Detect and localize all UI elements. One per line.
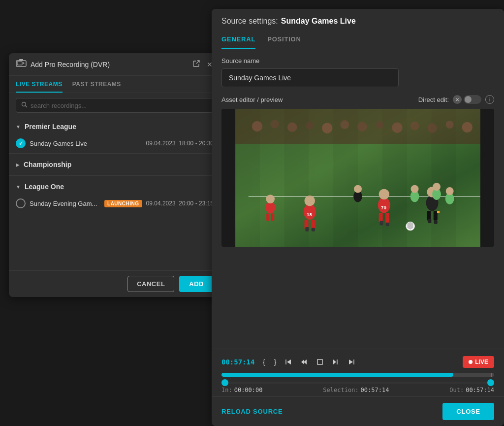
play-button[interactable] — [330, 358, 341, 366]
progress-marker — [491, 373, 492, 377]
source-tabs: GENERAL POSITION — [221, 33, 494, 49]
dvr-icon — [16, 59, 27, 69]
stream-badge-1: LAUNCHING — [104, 200, 142, 207]
tab-live-streams[interactable]: LIVE STREAMS — [16, 76, 63, 93]
source-settings-panel: Source settings: Sunday Games Live GENER… — [212, 9, 504, 426]
svg-rect-37 — [385, 213, 389, 223]
group-name-championship: Championship — [24, 161, 71, 168]
svg-rect-51 — [271, 213, 274, 221]
stream-checkbox-1[interactable] — [16, 198, 26, 208]
svg-rect-47 — [437, 211, 440, 213]
selection-label: Selection: — [323, 387, 358, 393]
svg-point-14 — [252, 121, 262, 131]
dvr-content: ▼ Premier League Sunday Games Live 09.04… — [9, 118, 220, 265]
mark-in-button[interactable]: { — [261, 357, 267, 367]
group-header-league-one[interactable]: ▼ League One — [9, 178, 220, 196]
timecode-out: Out: 00:57:14 — [449, 387, 494, 393]
dvr-footer: CANCEL ADD — [9, 270, 220, 297]
stop-button[interactable] — [315, 358, 325, 366]
group-name-premier: Premier League — [25, 123, 76, 131]
timecode-in: In: 00:00:00 — [221, 387, 262, 393]
scrubber-right-thumb[interactable] — [487, 379, 494, 386]
svg-rect-40 — [386, 223, 389, 226]
svg-point-21 — [376, 121, 383, 129]
direct-edit-toggle[interactable]: ✕ — [453, 95, 481, 104]
source-name-input[interactable] — [221, 68, 399, 87]
svg-point-53 — [411, 185, 419, 193]
source-title-row: Source settings: Sunday Games Live — [221, 17, 494, 26]
svg-rect-46 — [434, 221, 438, 224]
tab-general[interactable]: GENERAL — [221, 33, 255, 49]
group-items-premier: Sunday Games Live 09.04.2023 18:00 - 20:… — [9, 135, 220, 151]
source-footer: RELOAD SOURCE CLOSE — [212, 396, 504, 426]
svg-point-24 — [427, 123, 437, 133]
go-to-out-button[interactable] — [346, 358, 357, 366]
progress-container[interactable] — [221, 371, 494, 379]
svg-point-22 — [392, 123, 402, 133]
cancel-button[interactable]: CANCEL — [127, 276, 174, 292]
svg-point-4 — [22, 102, 26, 106]
add-button[interactable]: ADD — [179, 276, 214, 292]
progress-bar-track[interactable] — [221, 373, 494, 377]
toggle-track — [464, 95, 481, 104]
svg-text:70: 70 — [381, 205, 386, 210]
close-button[interactable]: CLOSE — [442, 403, 494, 420]
live-indicator-dot — [469, 360, 472, 364]
svg-point-20 — [357, 122, 367, 132]
source-header: Source settings: Sunday Games Live GENER… — [212, 9, 504, 49]
svg-rect-33 — [312, 228, 315, 231]
source-name-label: Source name — [221, 57, 494, 65]
mark-out-button[interactable]: } — [272, 357, 279, 367]
svg-rect-50 — [266, 213, 269, 221]
info-icon[interactable]: i — [485, 95, 494, 104]
tab-position[interactable]: POSITION — [267, 33, 301, 49]
scrubber-track[interactable] — [221, 382, 494, 384]
svg-rect-3 — [19, 59, 23, 61]
svg-point-61 — [354, 185, 362, 193]
stream-time-1: 09.04.2023 20:00 - 23:15 — [146, 200, 214, 207]
live-label: LIVE — [475, 359, 488, 365]
scrubber-left-thumb[interactable] — [221, 379, 228, 386]
svg-rect-63 — [317, 360, 322, 364]
live-button[interactable]: LIVE — [463, 356, 494, 368]
out-label: Out: — [449, 387, 464, 393]
source-title-label: Source settings: — [221, 17, 278, 26]
svg-rect-30 — [311, 220, 315, 229]
svg-rect-39 — [379, 221, 383, 226]
search-icon — [21, 101, 28, 109]
divider-1 — [9, 153, 220, 154]
svg-point-28 — [305, 196, 315, 206]
direct-edit-label: Direct edit: — [418, 96, 449, 103]
svg-line-5 — [26, 106, 28, 108]
search-input[interactable] — [31, 102, 208, 109]
in-value: 00:00:00 — [234, 387, 263, 393]
svg-point-19 — [340, 120, 349, 129]
rewind-button[interactable] — [299, 358, 310, 366]
out-value: 00:57:14 — [466, 387, 494, 393]
list-item[interactable]: Sunday Games Live 09.04.2023 18:00 - 20:… — [16, 135, 214, 151]
video-preview: 18 70 — [221, 109, 494, 247]
reload-source-button[interactable]: RELOAD SOURCE — [221, 408, 283, 415]
svg-point-2 — [23, 63, 25, 64]
player-controls: 00:57:14 { } — [212, 349, 504, 396]
svg-point-35 — [379, 189, 389, 199]
svg-point-23 — [410, 122, 419, 131]
svg-point-17 — [306, 122, 314, 130]
dvr-panel: Add Pro Recording (DVR) ✕ LIVE STREAMS P… — [9, 53, 220, 297]
svg-point-49 — [266, 195, 275, 203]
in-label: In: — [221, 387, 232, 393]
dvr-search-container — [9, 93, 220, 118]
group-header-premier-league[interactable]: ▼ Premier League — [9, 118, 220, 135]
group-header-championship[interactable]: ▶ Championship — [9, 156, 220, 173]
dvr-search-box[interactable] — [16, 98, 214, 113]
go-to-in-button[interactable] — [283, 358, 294, 366]
asset-editor-label: Asset editor / preview — [221, 96, 283, 103]
dvr-external-link-button[interactable] — [192, 59, 201, 69]
divider-2 — [9, 175, 220, 176]
dvr-title: Add Pro Recording (DVR) — [31, 61, 188, 68]
timecodes-row: In: 00:00:00 Selection: 00:57:14 Out: 00… — [221, 384, 494, 396]
stream-checkbox-0[interactable] — [16, 138, 26, 148]
list-item[interactable]: Sunday Evening Gam... LAUNCHING 09.04.20… — [16, 196, 214, 211]
selection-value: 00:57:14 — [361, 387, 389, 393]
tab-past-streams[interactable]: PAST STREAMS — [72, 76, 121, 93]
